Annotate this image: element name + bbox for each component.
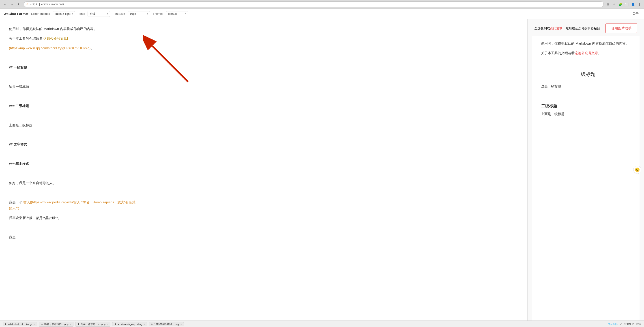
- font-size-label: Font Size: [113, 12, 125, 16]
- download-name-2: 梅花，在冰冻的....png: [44, 322, 68, 326]
- preview-content: 使用时，你得把默认的 Markdown 内容换成你自己的内容。 关于本工具的介绍…: [532, 36, 640, 320]
- editor-themes-label: Editor Themes: [31, 12, 50, 16]
- profile-icon[interactable]: 👤: [630, 2, 636, 7]
- download-name-4: arduino-ide_niq....dmg: [118, 323, 142, 326]
- download-name-5: 1679328424299....png: [154, 323, 179, 326]
- fonts-label: Fonts: [78, 12, 85, 16]
- download-icon-5: ⬇: [151, 323, 153, 326]
- browser-toolbar: ← → ↻ ⚠ 不安全 | editor.yunwow.cn/# ⊞ ☆ 🧩 ⬜…: [0, 0, 644, 8]
- editor-intro2: 关于本工具的介绍请看[这篇公众号文章]: [9, 36, 518, 42]
- url-separator: |: [39, 3, 40, 6]
- download-chevron-1[interactable]: ∧: [34, 323, 35, 326]
- download-item-5[interactable]: ⬇ 1679328424299....png ∧: [149, 322, 184, 326]
- download-icon-3: ⬇: [77, 323, 79, 326]
- editor-url-link[interactable]: (https://mp.weixin.qq.com/s/pn0LzyfgUj6r…: [9, 46, 90, 50]
- download-chevron-5[interactable]: ∧: [180, 323, 182, 326]
- editor-basic-text: 你好，我是一个来自地球的人。: [9, 180, 518, 186]
- editor-themes-chevron: ▾: [72, 12, 73, 15]
- security-icon: ⚠: [26, 3, 28, 6]
- download-chevron-2[interactable]: ∧: [70, 323, 72, 326]
- editor-h1-text: 这是一级标题: [9, 84, 518, 90]
- status-bar-right: 显示全部 ✕ CSDN 登上时间: [608, 322, 641, 326]
- download-icon-1: ⬇: [5, 323, 7, 326]
- fonts-chevron: ▾: [107, 12, 108, 15]
- download-name-3: 梅花，背景是一-....png: [80, 322, 106, 326]
- copy-all-label: 全选复制或点此复制，然后在公众号编辑器粘贴: [534, 26, 600, 30]
- csdn-label: CSDN 登上时间: [624, 322, 641, 326]
- preview-h2-text: 上面是二级标题: [541, 111, 630, 117]
- download-item-3[interactable]: ⬇ 梅花，背景是一-....png ∧: [75, 322, 110, 326]
- app-logo: WeChat Format: [4, 12, 28, 16]
- preview-top-bar: 全选复制或点此复制，然后在公众号编辑器粘贴 使用图片助手: [528, 19, 644, 36]
- download-chevron-3[interactable]: ∧: [107, 323, 108, 326]
- download-item-2[interactable]: ⬇ 梅花，在冰冻的....png ∧: [39, 322, 74, 326]
- download-item-4[interactable]: ⬇ arduino-ide_niq....dmg ∧: [112, 322, 147, 326]
- bookmark-list-icon[interactable]: ⊞: [606, 2, 610, 7]
- editor-link1[interactable]: [这篇公众号文章]: [42, 36, 68, 40]
- editor-h3-basic: ### 基本样式: [9, 160, 518, 167]
- font-size-select[interactable]: 16px ▾: [128, 11, 150, 16]
- extension-icon[interactable]: 🧩: [618, 2, 623, 7]
- preview-panel: 全选复制或点此复制，然后在公众号编辑器粘贴 使用图片助手 使用时，你得把默认的 …: [528, 19, 644, 320]
- themes-select[interactable]: default ▾: [166, 11, 188, 16]
- menu-icon[interactable]: ⋮: [637, 2, 642, 7]
- font-size-chevron: ▾: [147, 12, 148, 15]
- copy-link[interactable]: 点此复制: [550, 26, 562, 30]
- browser-actions: ⊞ ☆ 🧩 ⬜ 👤 ⋮: [606, 2, 642, 7]
- fonts-select[interactable]: 衬线 ▾: [88, 11, 110, 17]
- forward-button[interactable]: →: [10, 2, 15, 7]
- use-image-button[interactable]: 使用图片助手: [606, 24, 637, 33]
- app-toolbar: WeChat Format Editor Themes base16-light…: [0, 9, 644, 19]
- editor-h3-1: ### 二级标题: [9, 103, 518, 109]
- status-bar: ⬇ adafruit-circuit....tar.gz ∧ ⬇ 梅花，在冰冻的…: [0, 320, 644, 327]
- editor-h2-style: ## 文字样式: [9, 141, 518, 147]
- font-size-value: 16px: [130, 12, 136, 16]
- main-content: 使用时，你得把默认的 Markdown 内容换成你自己的内容。 关于本工具的介绍…: [0, 19, 644, 320]
- refresh-button[interactable]: ↻: [16, 2, 22, 7]
- editor-wiki-link[interactable]: [智人]: [22, 200, 31, 204]
- editor-intro: 使用时，你得把默认的 Markdown 内容换成你自己的内容。: [9, 26, 518, 32]
- chat-icon[interactable]: 🙂: [633, 166, 641, 174]
- browser-chrome: ← → ↻ ⚠ 不安全 | editor.yunwow.cn/# ⊞ ☆ 🧩 ⬜…: [0, 0, 644, 9]
- star-icon[interactable]: ☆: [612, 2, 617, 7]
- toolbar-right: 关于: [630, 11, 640, 17]
- window-icon[interactable]: ⬜: [624, 2, 629, 7]
- back-button[interactable]: ←: [2, 2, 8, 7]
- editor-clothing-text: 我喜欢穿新衣服，都是**黑衣服**。: [9, 215, 518, 221]
- download-icon-2: ⬇: [41, 323, 43, 326]
- preview-intro2: 关于本工具的介绍请看这篇公众号文章。: [541, 50, 630, 56]
- download-icon-4: ⬇: [114, 323, 116, 326]
- editor-themes-value: base16-light: [55, 12, 70, 16]
- editor-h2-text: 上面是二级标题: [9, 122, 518, 128]
- themes-value: default: [168, 12, 177, 16]
- editor-themes-select[interactable]: base16-light ▾: [52, 11, 75, 16]
- fonts-value: 衬线: [90, 12, 96, 16]
- editor-wiki-text: 我是一个[智人](https://zh.wikipedia.org/wiki/智…: [9, 199, 518, 211]
- editor-h2-1: ## 一级标题: [9, 64, 518, 70]
- status-close-button[interactable]: ✕: [619, 322, 622, 326]
- show-all-button[interactable]: 显示全部: [608, 322, 618, 326]
- editor-panel[interactable]: 使用时，你得把默认的 Markdown 内容换成你自己的内容。 关于本工具的介绍…: [0, 19, 528, 320]
- download-item-1[interactable]: ⬇ adafruit-circuit....tar.gz ∧: [3, 322, 37, 326]
- editor-more: 我是...: [9, 234, 518, 240]
- download-name-1: adafruit-circuit....tar.gz: [8, 323, 32, 326]
- about-button[interactable]: 关于: [630, 11, 640, 17]
- download-chevron-4[interactable]: ∧: [144, 323, 145, 326]
- preview-intro1: 使用时，你得把默认的 Markdown 内容换成你自己的内容。: [541, 40, 630, 46]
- preview-h1: 一级标题: [541, 71, 630, 78]
- address-bar[interactable]: ⚠ 不安全 | editor.yunwow.cn/#: [24, 1, 604, 7]
- preview-intro2-link[interactable]: 这篇公众号文章: [574, 51, 598, 55]
- url-value: editor.yunwow.cn/#: [41, 3, 64, 6]
- url-text: 不安全: [30, 2, 38, 6]
- preview-h1-text: 这是一级标题: [541, 83, 630, 89]
- editor-url: (https://mp.weixin.qq.com/s/pn0LzyfgUj6r…: [9, 45, 518, 51]
- preview-h2: 二级标题: [541, 103, 630, 109]
- themes-chevron: ▾: [185, 12, 186, 15]
- themes-label: Themes: [153, 12, 163, 16]
